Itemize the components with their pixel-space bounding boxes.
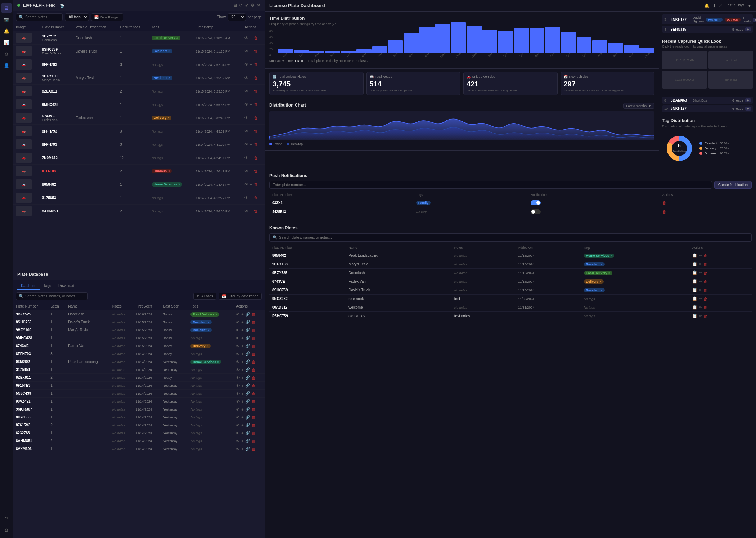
notif-plate-input[interactable]	[269, 181, 712, 189]
thumb-4[interactable]: car of cat	[708, 71, 753, 89]
db-action-plus[interactable]: +	[241, 368, 243, 372]
kp-action-edit[interactable]: ✏	[699, 279, 702, 284]
db-action-link[interactable]: 🔗	[245, 359, 250, 364]
kp-action-delete[interactable]: 🗑	[703, 254, 707, 258]
db-action-link[interactable]: 🔗	[245, 415, 250, 420]
db-action-plus[interactable]: +	[241, 360, 243, 364]
tags-select[interactable]: All tags	[65, 13, 89, 21]
action-plus[interactable]: +	[250, 129, 252, 133]
feed-icon-5[interactable]: ✕	[257, 3, 260, 8]
db-action-eye[interactable]: 👁	[236, 376, 240, 380]
known-search-input[interactable]	[279, 236, 748, 239]
db-action-eye[interactable]: 👁	[236, 352, 240, 356]
feed-search-input[interactable]	[25, 15, 60, 19]
db-action-eye[interactable]: 👁	[236, 320, 240, 324]
action-plus[interactable]: +	[250, 142, 252, 147]
db-action-delete[interactable]: 🗑	[252, 415, 256, 420]
kp-action-copy[interactable]: 📋	[692, 288, 697, 292]
kp-action-edit[interactable]: ✏	[699, 296, 702, 301]
kp-action-edit[interactable]: ✏	[699, 270, 702, 275]
kp-action-delete[interactable]: 🗑	[703, 305, 707, 310]
action-eye[interactable]: 👁	[244, 76, 248, 80]
action-delete[interactable]: 🗑	[254, 36, 258, 40]
rp-view-btn[interactable]: ▶	[745, 98, 751, 102]
db-action-plus[interactable]: +	[241, 320, 243, 324]
action-delete[interactable]: 🗑	[254, 116, 258, 120]
action-eye[interactable]: 👁	[244, 36, 248, 40]
db-action-plus[interactable]: +	[241, 376, 243, 380]
db-action-eye[interactable]: 👁	[236, 391, 240, 396]
action-delete[interactable]: 🗑	[254, 62, 258, 67]
db-action-link[interactable]: 🔗	[245, 320, 250, 324]
db-action-delete[interactable]: 🗑	[252, 328, 256, 332]
db-action-plus[interactable]: +	[241, 384, 243, 388]
action-plus[interactable]: +	[250, 156, 252, 160]
db-action-link[interactable]: 🔗	[245, 391, 250, 396]
action-eye[interactable]: 👁	[244, 182, 248, 187]
db-action-plus[interactable]: +	[241, 399, 243, 404]
db-action-eye[interactable]: 👁	[236, 415, 240, 420]
db-action-link[interactable]: 🔗	[245, 407, 250, 412]
db-action-eye[interactable]: 👁	[236, 407, 240, 412]
db-action-eye[interactable]: 👁	[236, 384, 240, 388]
period-chevron[interactable]: ▼	[747, 3, 752, 8]
kp-action-edit[interactable]: ✏	[699, 262, 702, 266]
db-action-eye[interactable]: 👁	[236, 447, 240, 451]
rp-view-btn[interactable]: ▶	[753, 18, 756, 22]
feed-search-box[interactable]: 🔍	[16, 13, 63, 21]
kp-action-delete[interactable]: 🗑	[703, 314, 707, 318]
db-action-delete[interactable]: 🗑	[252, 423, 256, 427]
db-search-input[interactable]	[25, 294, 85, 298]
db-action-link[interactable]: 🔗	[245, 336, 250, 340]
action-eye[interactable]: 👁	[244, 49, 248, 53]
action-eye[interactable]: 👁	[244, 196, 248, 200]
db-action-plus[interactable]: +	[241, 431, 243, 435]
db-action-plus[interactable]: +	[241, 344, 243, 348]
db-action-eye[interactable]: 👁	[236, 344, 240, 348]
db-action-link[interactable]: 🔗	[245, 328, 250, 332]
tab-download[interactable]: Download	[55, 282, 78, 290]
action-plus[interactable]: +	[250, 182, 252, 187]
db-action-link[interactable]: 🔗	[245, 383, 250, 388]
action-plus[interactable]: +	[250, 36, 252, 40]
bell-icon[interactable]: 🔔	[704, 3, 710, 8]
sidebar-config[interactable]: ⚙	[1, 525, 12, 535]
kp-action-edit[interactable]: ✏	[699, 314, 702, 318]
action-eye[interactable]: 👁	[244, 142, 248, 147]
action-plus[interactable]: +	[250, 102, 252, 107]
db-action-eye[interactable]: 👁	[236, 431, 240, 435]
thumb-3[interactable]: 12/15 8:00 AM	[662, 71, 707, 89]
db-action-link[interactable]: 🔗	[245, 367, 250, 372]
action-delete[interactable]: 🗑	[254, 196, 258, 200]
kp-action-delete[interactable]: 🗑	[703, 271, 707, 275]
db-action-link[interactable]: 🔗	[245, 399, 250, 404]
action-plus[interactable]: +	[250, 62, 252, 67]
download-icon[interactable]: ⬇	[712, 3, 716, 8]
action-plus[interactable]: +	[250, 169, 252, 173]
db-action-delete[interactable]: 🗑	[252, 407, 256, 412]
rp-view-btn[interactable]: ▶	[745, 27, 751, 31]
thumb-1[interactable]: 12/13 10:20 AM	[662, 51, 707, 69]
notif-toggle[interactable]	[531, 209, 541, 214]
db-action-plus[interactable]: +	[241, 447, 243, 451]
db-action-plus[interactable]: +	[241, 391, 243, 396]
thumb-2[interactable]: car of cat	[708, 51, 753, 69]
kp-action-copy[interactable]: 📋	[692, 314, 697, 318]
db-action-delete[interactable]: 🗑	[252, 391, 256, 396]
action-delete[interactable]: 🗑	[254, 142, 258, 147]
create-notif-btn[interactable]: Create Notification	[714, 181, 752, 189]
sidebar-user[interactable]: 👤	[1, 60, 12, 71]
action-plus[interactable]: +	[250, 49, 252, 53]
kp-action-copy[interactable]: 📋	[692, 262, 697, 266]
action-delete[interactable]: 🗑	[254, 129, 258, 133]
action-plus[interactable]: +	[250, 196, 252, 200]
db-action-delete[interactable]: 🗑	[252, 447, 256, 451]
filter-date-btn[interactable]: 📅 Filter by date range	[219, 293, 262, 300]
action-eye[interactable]: 👁	[244, 62, 248, 67]
sidebar-home[interactable]: ⊞	[1, 3, 12, 13]
kp-action-delete[interactable]: 🗑	[703, 297, 707, 301]
period-select[interactable]: Last 3 months ▼	[623, 103, 654, 109]
action-eye[interactable]: 👁	[244, 116, 248, 120]
action-delete[interactable]: 🗑	[254, 49, 258, 53]
action-eye[interactable]: 👁	[244, 156, 248, 160]
